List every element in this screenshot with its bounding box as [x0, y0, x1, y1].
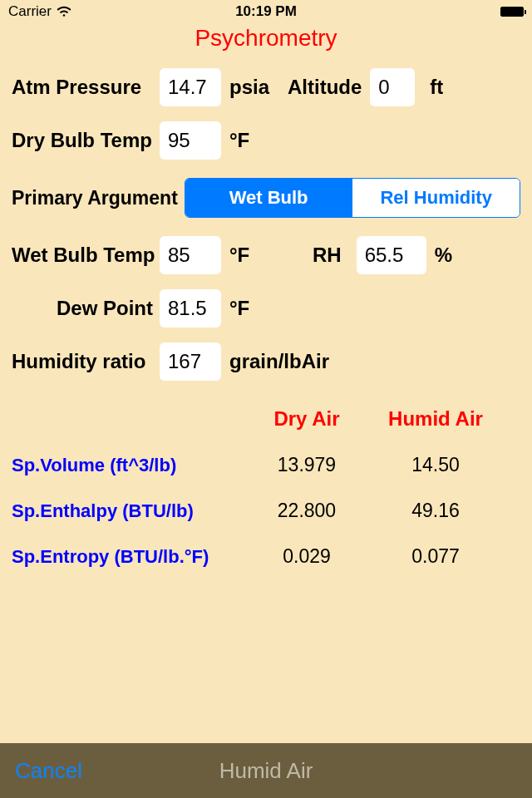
sp-volume-label: Sp.Volume (ft^3/lb): [12, 455, 244, 476]
altitude-label: Altitude: [288, 76, 362, 99]
sp-entropy-label: Sp.Entropy (BTU/lb.°F): [12, 546, 244, 568]
humidity-ratio-label: Humidity ratio: [12, 350, 160, 373]
seg-wet-bulb[interactable]: Wet Bulb: [185, 179, 352, 217]
altitude-input[interactable]: [370, 68, 415, 106]
dry-bulb-label: Dry Bulb Temp: [12, 129, 160, 152]
rh-label: RH: [313, 244, 342, 267]
primary-arg-label: Primary Argument: [12, 187, 178, 209]
row-sp-enthalpy: Sp.Enthalpy (BTU/lb) 22.800 49.16: [12, 500, 520, 522]
carrier-label: Carrier: [8, 3, 52, 20]
humidity-ratio-input[interactable]: [160, 342, 221, 381]
sp-enthalpy-humid: 49.16: [369, 500, 502, 522]
row-sp-entropy: Sp.Entropy (BTU/lb.°F) 0.029 0.077: [12, 545, 520, 568]
sp-entropy-humid: 0.077: [369, 545, 502, 568]
page-title: Psychrometry: [0, 25, 532, 52]
sp-enthalpy-label: Sp.Enthalpy (BTU/lb): [12, 500, 244, 522]
bottom-bar: Cancel Humid Air: [0, 743, 532, 798]
row-sp-volume: Sp.Volume (ft^3/lb) 13.979 14.50: [12, 454, 520, 476]
humidity-ratio-unit: grain/lbAir: [229, 350, 329, 373]
sp-volume-humid: 14.50: [369, 454, 502, 476]
header-humid-air: Humid Air: [369, 407, 502, 431]
dew-point-label: Dew Point: [12, 297, 160, 320]
cancel-button[interactable]: Cancel: [15, 758, 82, 784]
primary-arg-segmented[interactable]: Wet Bulb Rel Humidity: [185, 178, 520, 218]
rh-input[interactable]: [357, 236, 426, 274]
seg-rel-humidity[interactable]: Rel Humidity: [352, 179, 520, 217]
atm-pressure-label: Atm Pressure: [12, 76, 160, 99]
dew-point-input[interactable]: [160, 289, 221, 328]
sp-enthalpy-dry: 22.800: [244, 500, 369, 522]
clock: 10:19 PM: [235, 3, 297, 20]
status-bar: Carrier 10:19 PM: [0, 0, 532, 23]
dry-bulb-unit: °F: [229, 129, 249, 152]
wet-bulb-label: Wet Bulb Temp: [12, 244, 160, 267]
wet-bulb-input[interactable]: [160, 236, 221, 274]
dew-point-unit: °F: [229, 297, 249, 320]
results-table: Dry Air Humid Air Sp.Volume (ft^3/lb) 13…: [12, 407, 520, 568]
rh-unit: %: [435, 244, 452, 267]
atm-pressure-unit: psia: [229, 76, 279, 99]
wifi-icon: [57, 6, 71, 17]
sp-entropy-dry: 0.029: [244, 545, 369, 568]
battery-icon: [500, 7, 524, 17]
wet-bulb-unit: °F: [229, 244, 271, 267]
dry-bulb-input[interactable]: [160, 121, 221, 160]
altitude-unit: ft: [430, 76, 443, 99]
sp-volume-dry: 13.979: [244, 454, 369, 476]
bottom-title: Humid Air: [219, 758, 313, 784]
atm-pressure-input[interactable]: [160, 68, 221, 106]
header-dry-air: Dry Air: [244, 407, 369, 431]
